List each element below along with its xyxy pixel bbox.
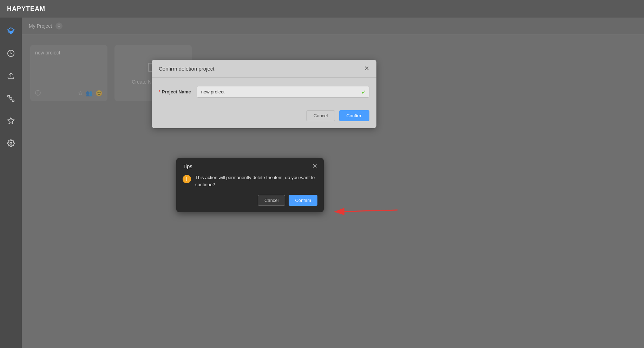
tips-footer: Cancel Confirm [176,195,324,212]
form-row: Project Name ✓ [159,86,369,98]
sidebar-item-clock[interactable] [5,47,17,60]
dialog-header: Confirm deletion project ✕ [152,60,376,78]
svg-rect-4 [10,98,12,99]
input-check-icon: ✓ [361,88,366,95]
tips-title: Tips [183,163,192,169]
tips-dialog: Tips ✕ ! This action will permanently de… [176,158,324,212]
sidebar-item-layers[interactable] [5,25,17,37]
app-title: HAPYTEAM [7,5,45,13]
deletion-cancel-button[interactable]: Cancel [306,110,335,121]
sidebar [0,18,22,348]
project-name-input[interactable] [197,86,369,98]
dialog-body: Project Name ✓ [152,78,376,106]
warning-icon: ! [183,175,191,183]
deletion-confirm-button[interactable]: Confirm [339,110,369,121]
deletion-dialog: Confirm deletion project ✕ Project Name … [152,60,376,128]
svg-point-9 [10,142,12,144]
tips-body: ! This action will permanently delete th… [176,173,324,195]
dialog-title: Confirm deletion project [159,66,214,72]
tips-cancel-button[interactable]: Cancel [258,195,285,206]
svg-rect-5 [12,100,14,102]
tips-header: Tips ✕ [176,158,324,173]
tips-confirm-button[interactable]: Confirm [289,195,317,206]
svg-line-7 [12,98,12,100]
tips-message: This action will permanently delete the … [195,174,317,188]
dialog-close-button[interactable]: ✕ [364,65,369,72]
sidebar-item-star[interactable] [5,114,17,127]
dialog-footer: Cancel Confirm [152,106,376,128]
form-input-wrapper: ✓ [197,86,369,98]
sidebar-item-share[interactable] [5,70,17,82]
main-layout: My Project ⚙ new proiect ⓘ ☆ 👥 😊 [0,18,644,348]
form-label: Project Name [159,89,191,94]
top-bar: HAPYTEAM [0,0,644,18]
content-area: My Project ⚙ new proiect ⓘ ☆ 👥 😊 [22,18,644,348]
svg-rect-3 [8,96,10,97]
sidebar-item-settings[interactable] [5,137,17,150]
sidebar-item-diagram[interactable] [5,92,17,105]
svg-line-6 [9,96,10,98]
tips-close-button[interactable]: ✕ [312,163,317,169]
svg-marker-8 [8,118,14,124]
